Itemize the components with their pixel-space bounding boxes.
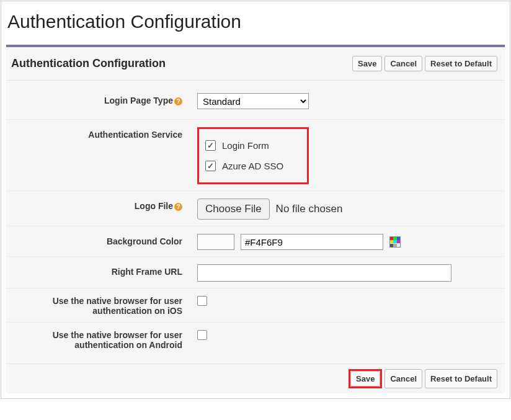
- checkbox-label-login-form: Login Form: [222, 140, 269, 151]
- help-icon[interactable]: ?: [174, 203, 182, 211]
- checkbox-login-form[interactable]: [205, 140, 216, 151]
- checkbox-native-ios[interactable]: [197, 296, 207, 306]
- label-native-ios: Use the native browser for user authenti…: [6, 296, 186, 316]
- panel-title: Authentication Configuration: [11, 57, 352, 70]
- row-right-frame-url: Right Frame URL: [6, 257, 505, 288]
- choose-file-button[interactable]: Choose File: [197, 199, 270, 220]
- logo-file-status: No file chosen: [276, 203, 343, 215]
- background-color-input[interactable]: [241, 234, 383, 250]
- row-login-page-type: Login Page Type? Standard: [6, 83, 505, 120]
- row-native-android: Use the native browser for user authenti…: [6, 323, 505, 356]
- save-button-highlight: Save: [349, 369, 382, 388]
- row-auth-service: Authentication Service Login Form Azure …: [6, 120, 505, 191]
- auth-option-login-form: Login Form: [205, 138, 283, 153]
- config-panel: Authentication Configuration Save Cancel…: [6, 45, 505, 393]
- color-swatch[interactable]: [197, 234, 234, 250]
- field-native-ios: [186, 296, 505, 308]
- footer-save-button[interactable]: Save: [350, 371, 380, 386]
- label-text: Login Page Type: [104, 96, 173, 105]
- checkbox-native-android[interactable]: [197, 330, 207, 340]
- label-right-frame-url: Right Frame URL: [6, 264, 186, 277]
- panel-body: Login Page Type? Standard Authentication…: [6, 81, 505, 364]
- right-frame-url-input[interactable]: [197, 264, 451, 282]
- save-button[interactable]: Save: [352, 56, 382, 71]
- field-background-color: [186, 234, 505, 250]
- login-page-type-select[interactable]: Standard: [197, 93, 309, 109]
- checkbox-azure-ad-sso[interactable]: [205, 161, 216, 171]
- auth-option-azure-ad-sso: Azure AD SSO: [205, 158, 283, 174]
- page-title: Authentication Configuration: [1, 1, 510, 45]
- field-auth-service: Login Form Azure AD SSO: [186, 127, 505, 184]
- label-background-color: Background Color: [6, 234, 186, 246]
- field-native-android: [186, 330, 505, 342]
- field-logo-file: Choose File No file chosen: [186, 199, 505, 220]
- label-logo-file: Logo File?: [6, 199, 186, 211]
- field-right-frame-url: [186, 264, 505, 282]
- label-native-android: Use the native browser for user authenti…: [6, 330, 186, 350]
- row-native-ios: Use the native browser for user authenti…: [6, 288, 505, 323]
- auth-service-highlight: Login Form Azure AD SSO: [197, 127, 309, 184]
- label-text: Logo File: [135, 201, 173, 211]
- row-logo-file: Logo File? Choose File No file chosen: [6, 191, 505, 226]
- checkbox-label-azure-ad-sso: Azure AD SSO: [222, 161, 283, 171]
- page-container: Authentication Configuration Authenticat…: [1, 1, 510, 399]
- field-login-page-type: Standard: [186, 93, 505, 109]
- row-background-color: Background Color: [6, 226, 505, 257]
- panel-footer: Save Cancel Reset to Default: [6, 364, 505, 393]
- label-login-page-type: Login Page Type?: [6, 93, 186, 105]
- label-auth-service: Authentication Service: [6, 127, 186, 140]
- color-picker-icon[interactable]: [389, 236, 401, 248]
- cancel-button[interactable]: Cancel: [384, 56, 422, 71]
- help-icon[interactable]: ?: [174, 97, 182, 105]
- panel-header: Authentication Configuration Save Cancel…: [6, 47, 505, 81]
- footer-reset-button[interactable]: Reset to Default: [425, 369, 497, 388]
- footer-cancel-button[interactable]: Cancel: [384, 369, 422, 388]
- reset-to-default-button[interactable]: Reset to Default: [425, 56, 497, 71]
